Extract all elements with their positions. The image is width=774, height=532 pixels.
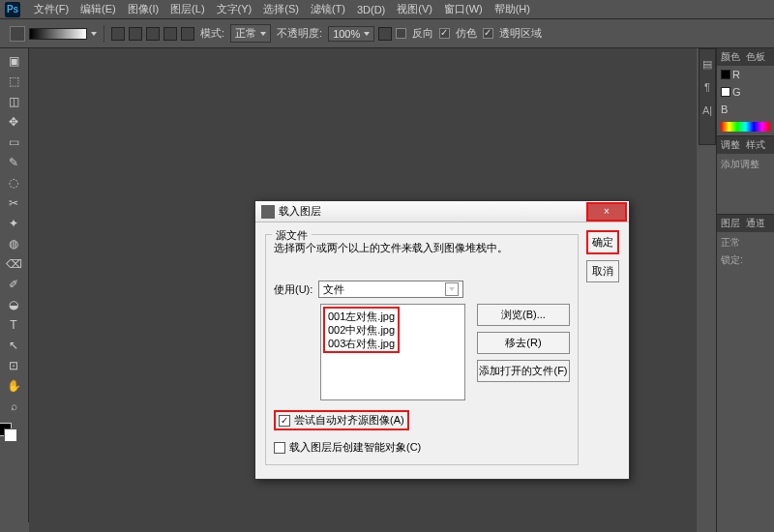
add-open-button[interactable]: 添加打开的文件(F): [477, 360, 570, 382]
file-item-2[interactable]: 002中对焦.jpg: [328, 323, 395, 337]
r-label: R: [732, 69, 740, 80]
tab-layers[interactable]: 图层: [721, 217, 740, 230]
mode-label: 模式:: [200, 26, 224, 41]
grad-radial-icon[interactable]: [129, 27, 142, 41]
tool-stamp[interactable]: ✦: [2, 214, 25, 233]
tool-move[interactable]: ▣: [2, 51, 25, 71]
options-bar: 模式: 正常 不透明度: 100% 反向 仿色 透明区域: [0, 19, 774, 48]
tool-eraser[interactable]: ⌫: [2, 254, 25, 274]
menu-file[interactable]: 文件(F): [28, 0, 74, 18]
load-layers-dialog: 载入图层 × 源文件 选择两个或两个以上的文件来载入到图像堆栈中。 使用(U):…: [254, 200, 630, 480]
close-button[interactable]: ×: [588, 204, 625, 220]
file-list-highlight: 001左对焦.jpg 002中对焦.jpg 003右对焦.jpg: [323, 307, 400, 353]
use-select[interactable]: 文件: [318, 281, 463, 298]
gradient-preview[interactable]: [29, 28, 87, 40]
tool-heal[interactable]: ◌: [2, 173, 25, 192]
ok-button[interactable]: 确定: [586, 230, 619, 254]
tab-adjustments[interactable]: 调整: [721, 138, 740, 152]
menu-help[interactable]: 帮助(H): [489, 0, 536, 18]
right-panels: 颜色 色板 R G B 调整 样式 添加调整 图层 通道 正常 锁定:: [716, 48, 774, 532]
opacity-label: 不透明度:: [277, 26, 322, 41]
menu-window[interactable]: 窗口(W): [438, 0, 489, 18]
menu-image[interactable]: 图像(I): [122, 0, 164, 18]
color-r-swatch[interactable]: [721, 70, 730, 79]
source-files-group: 源文件 选择两个或两个以上的文件来载入到图像堆栈中。 使用(U): 文件 001…: [265, 234, 579, 465]
tool-marquee[interactable]: ⬚: [2, 72, 25, 91]
tool-gradient[interactable]: ✐: [2, 275, 25, 294]
menu-filter[interactable]: 滤镜(T): [305, 0, 351, 18]
tools-panel: ▣ ⬚ ◫ ✥ ▭ ✎ ◌ ✂ ✦ ◍ ⌫ ✐ ◒ T ↖ ⊡ ✋ ⌕: [0, 48, 29, 522]
color-g-swatch[interactable]: [721, 87, 730, 97]
paragraph-icon[interactable]: A|: [700, 103, 714, 117]
gradient-picker-icon[interactable]: [91, 32, 97, 36]
ps-logo: Ps: [5, 2, 20, 17]
tool-pen[interactable]: ↖: [2, 336, 25, 355]
menu-3d[interactable]: 3D(D): [351, 2, 391, 17]
airbrush-icon[interactable]: [378, 27, 392, 41]
menu-select[interactable]: 选择(S): [257, 0, 305, 18]
color-panel-header: 颜色 色板: [717, 48, 774, 66]
character-icon[interactable]: ¶: [700, 80, 714, 94]
tool-shape[interactable]: ⊡: [2, 356, 25, 375]
tab-styles[interactable]: 样式: [746, 138, 765, 152]
auto-align-checkbox[interactable]: ✓: [279, 415, 290, 427]
source-files-legend: 源文件: [272, 228, 312, 243]
menubar: Ps 文件(F) 编辑(E) 图像(I) 图层(L) 文字(Y) 选择(S) 滤…: [0, 0, 774, 19]
grad-reflected-icon[interactable]: [164, 27, 177, 41]
dither-label: 仿色: [456, 26, 477, 41]
tab-swatches[interactable]: 色板: [746, 50, 765, 64]
background-swatch[interactable]: [4, 429, 17, 442]
browse-button[interactable]: 浏览(B)...: [477, 304, 570, 326]
file-item-3[interactable]: 003右对焦.jpg: [328, 337, 395, 350]
reverse-checkbox[interactable]: [396, 28, 406, 39]
tool-hand[interactable]: ✋: [2, 376, 25, 396]
grad-diamond-icon[interactable]: [181, 27, 194, 41]
opacity-select[interactable]: 100%: [328, 26, 374, 42]
dialog-title: 载入图层: [279, 204, 586, 219]
history-icon[interactable]: ▤: [700, 57, 714, 71]
cancel-button[interactable]: 取消: [586, 260, 619, 282]
tool-lasso[interactable]: ◫: [2, 92, 25, 111]
tool-zoom[interactable]: ⌕: [2, 397, 25, 416]
tab-color[interactable]: 颜色: [721, 50, 740, 64]
active-tool-icon[interactable]: [10, 26, 25, 42]
tool-history[interactable]: ◍: [2, 234, 25, 253]
menu-view[interactable]: 视图(V): [391, 0, 438, 18]
smart-object-checkbox[interactable]: [274, 442, 285, 454]
dialog-titlebar[interactable]: 载入图层 ×: [255, 201, 629, 222]
tool-brush[interactable]: ✂: [2, 193, 25, 213]
transparency-checkbox[interactable]: [483, 28, 493, 39]
b-label: B: [721, 103, 728, 115]
transparency-label: 透明区域: [499, 26, 542, 41]
mode-select[interactable]: 正常: [230, 24, 271, 43]
tool-type[interactable]: T: [2, 315, 25, 335]
tool-dodge[interactable]: ◒: [2, 295, 25, 314]
blend-normal[interactable]: 正常: [721, 234, 770, 251]
tool-wand[interactable]: ✥: [2, 112, 25, 132]
smart-object-label: 载入图层后创建智能对象(C): [289, 440, 421, 455]
reverse-label: 反向: [412, 26, 433, 41]
collapsed-panel-well: ▤ ¶ A|: [699, 48, 716, 145]
tool-eyedrop[interactable]: ✎: [2, 153, 25, 172]
chevron-down-icon: [445, 282, 459, 296]
grad-linear-icon[interactable]: [111, 27, 125, 41]
dither-checkbox[interactable]: [439, 28, 450, 39]
separator: [104, 25, 104, 43]
auto-align-label: 尝试自动对齐源图像(A): [294, 413, 404, 428]
tool-crop[interactable]: ▭: [2, 133, 25, 152]
menu-layer[interactable]: 图层(L): [164, 0, 210, 18]
dialog-icon: [261, 205, 275, 219]
remove-button[interactable]: 移去(R): [477, 332, 570, 354]
add-adjustment-label: 添加调整: [721, 156, 770, 173]
g-label: G: [732, 86, 741, 98]
source-description: 选择两个或两个以上的文件来载入到图像堆栈中。: [274, 241, 570, 255]
file-list[interactable]: 001左对焦.jpg 002中对焦.jpg 003右对焦.jpg: [320, 304, 465, 400]
chevron-down-icon: [260, 32, 266, 36]
use-label: 使用(U):: [274, 282, 313, 297]
color-spectrum[interactable]: [721, 122, 770, 132]
grad-angle-icon[interactable]: [146, 27, 160, 41]
menu-edit[interactable]: 编辑(E): [74, 0, 122, 18]
file-item-1[interactable]: 001左对焦.jpg: [328, 310, 395, 323]
menu-type[interactable]: 文字(Y): [211, 0, 258, 18]
tab-channels[interactable]: 通道: [746, 217, 765, 230]
